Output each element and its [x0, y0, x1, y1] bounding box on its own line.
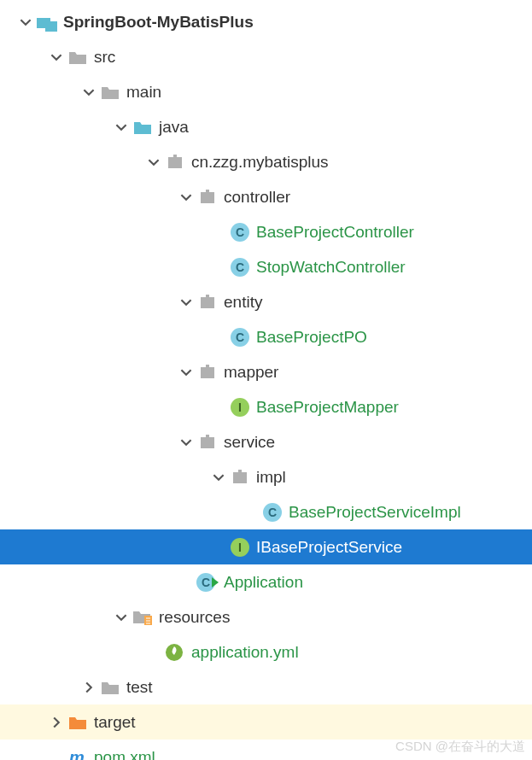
svg-text:C: C: [236, 225, 244, 239]
tree-row-java[interactable]: java: [0, 109, 532, 144]
tree-row-class[interactable]: C StopWatchController: [0, 249, 532, 284]
class-icon: C: [229, 221, 251, 243]
svg-rect-1: [45, 21, 57, 32]
chevron-down-icon[interactable]: [79, 86, 99, 98]
tree-row-test[interactable]: test: [0, 669, 532, 704]
tree-row-mapper[interactable]: mapper: [0, 354, 532, 389]
tree-row-interface-selected[interactable]: I IBaseProjectService: [0, 529, 532, 564]
chevron-down-icon[interactable]: [143, 156, 164, 168]
package-label: cn.zzg.mybatisplus: [191, 153, 329, 172]
package-icon: [164, 151, 186, 173]
svg-rect-14: [201, 367, 214, 378]
tree-row-project[interactable]: SpringBoot-MyBatisPlus: [0, 4, 532, 39]
interface-label: BaseProjectMapper: [256, 398, 399, 417]
tree-row-class[interactable]: C BaseProjectServiceImpl: [0, 494, 532, 529]
chevron-down-icon[interactable]: [15, 16, 36, 28]
class-icon: C: [229, 256, 251, 278]
spring-config-icon: [164, 641, 186, 664]
svg-text:I: I: [238, 541, 242, 554]
svg-rect-21: [238, 470, 242, 473]
tree-row-yml[interactable]: application.yml: [0, 634, 532, 669]
package-icon: [196, 291, 219, 313]
class-label: BaseProjectPO: [256, 328, 367, 347]
yml-label: application.yml: [191, 643, 299, 662]
interface-icon: I: [229, 396, 251, 418]
controller-label: controller: [224, 188, 290, 207]
tree-row-controller[interactable]: controller: [0, 179, 532, 214]
class-icon: C: [261, 501, 284, 523]
package-icon: [196, 431, 219, 453]
service-label: service: [224, 433, 275, 452]
tree-row-service[interactable]: service: [0, 424, 532, 459]
package-icon: [229, 466, 251, 488]
excluded-folder-icon: [67, 711, 89, 734]
pom-label: pom.xml: [94, 748, 155, 761]
svg-text:C: C: [202, 576, 210, 589]
class-icon: C: [229, 326, 251, 348]
chevron-right-icon[interactable]: [46, 716, 67, 728]
package-icon: [196, 361, 219, 383]
svg-rect-4: [201, 192, 214, 203]
chevron-down-icon[interactable]: [111, 121, 132, 133]
folder-icon: [99, 81, 121, 103]
svg-rect-19: [206, 435, 209, 438]
chevron-down-icon[interactable]: [176, 366, 196, 378]
svg-text:m: m: [69, 748, 85, 761]
project-tree[interactable]: SpringBoot-MyBatisPlus src main java cn.…: [0, 0, 532, 760]
svg-text:C: C: [236, 330, 244, 344]
svg-rect-3: [173, 155, 177, 158]
chevron-down-icon[interactable]: [176, 436, 196, 448]
project-label: SpringBoot-MyBatisPlus: [63, 13, 254, 32]
folder-icon: [67, 46, 89, 68]
svg-text:I: I: [238, 400, 242, 414]
chevron-down-icon[interactable]: [176, 296, 196, 308]
svg-rect-10: [201, 297, 214, 308]
svg-rect-5: [206, 190, 209, 193]
tree-row-interface[interactable]: I BaseProjectMapper: [0, 389, 532, 424]
tree-row-src[interactable]: src: [0, 39, 532, 74]
runnable-class-icon: C: [196, 571, 219, 593]
maven-icon: m: [67, 746, 89, 761]
svg-rect-15: [206, 365, 209, 368]
resources-folder-icon: [132, 606, 154, 628]
tree-row-class[interactable]: C BaseProjectController: [0, 214, 532, 249]
package-icon: [196, 186, 219, 208]
tree-row-pom[interactable]: m pom.xml: [0, 740, 532, 760]
tree-row-package[interactable]: cn.zzg.mybatisplus: [0, 144, 532, 179]
source-folder-icon: [132, 116, 154, 138]
class-label: BaseProjectServiceImpl: [289, 503, 461, 522]
tree-row-impl[interactable]: impl: [0, 459, 532, 494]
target-label: target: [94, 713, 136, 732]
tree-row-application[interactable]: C Application: [0, 564, 532, 599]
impl-label: impl: [256, 468, 286, 487]
java-label: java: [159, 118, 189, 137]
tree-row-target[interactable]: target: [0, 704, 532, 740]
chevron-down-icon[interactable]: [111, 611, 132, 623]
tree-row-entity[interactable]: entity: [0, 284, 532, 319]
interface-icon: I: [229, 536, 251, 558]
svg-rect-20: [233, 472, 247, 483]
mapper-label: mapper: [224, 363, 278, 382]
tree-row-main[interactable]: main: [0, 74, 532, 109]
class-label: BaseProjectController: [256, 223, 414, 242]
module-icon: [36, 11, 58, 33]
chevron-right-icon[interactable]: [79, 681, 99, 693]
chevron-down-icon[interactable]: [176, 191, 196, 203]
svg-rect-18: [201, 437, 214, 448]
resources-label: resources: [159, 608, 230, 627]
test-label: test: [126, 678, 153, 697]
svg-text:C: C: [268, 506, 277, 519]
interface-label: IBaseProjectService: [256, 538, 402, 557]
src-label: src: [94, 48, 115, 67]
tree-row-resources[interactable]: resources: [0, 599, 532, 634]
chevron-down-icon[interactable]: [208, 471, 229, 483]
main-label: main: [126, 83, 161, 102]
svg-rect-2: [168, 157, 182, 168]
chevron-down-icon[interactable]: [46, 51, 67, 63]
tree-row-class[interactable]: C BaseProjectPO: [0, 319, 532, 354]
svg-rect-11: [206, 295, 209, 298]
svg-text:C: C: [236, 260, 244, 274]
class-label: StopWatchController: [256, 258, 406, 277]
entity-label: entity: [224, 293, 262, 312]
folder-icon: [99, 676, 121, 699]
